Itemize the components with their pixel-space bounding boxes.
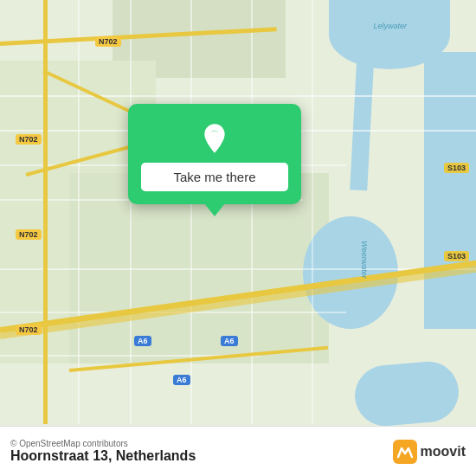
location-pin-icon — [197, 121, 232, 156]
n702-label-lower: N702 — [16, 229, 42, 240]
s103-label-top: S103 — [444, 163, 469, 173]
bottom-bar: © OpenStreetMap contributors Hoornstraat… — [0, 426, 476, 476]
a6-label-right: A6 — [173, 375, 190, 385]
moovit-text: moovit — [421, 444, 466, 460]
map-container[interactable]: Lelywater Weerwater N702 N702 N702 N702 … — [0, 0, 476, 476]
take-me-there-button[interactable]: Take me there — [141, 163, 288, 191]
street-v-5 — [312, 0, 313, 424]
address-label: Hoornstraat 13, Netherlands — [10, 448, 196, 464]
a6-label-left: A6 — [134, 336, 151, 346]
n702-label-top: N702 — [95, 36, 121, 47]
n702-label-bottom: N702 — [16, 325, 42, 335]
n702-road-vertical — [43, 0, 48, 424]
weerwater-label: Weerwater — [359, 241, 368, 278]
popup-card[interactable]: Take me there — [128, 104, 301, 204]
attribution-text: © OpenStreetMap contributors — [10, 439, 196, 448]
street-v-4 — [251, 0, 253, 424]
lelywater-label: Lelywater — [373, 22, 407, 30]
street-h-1 — [0, 95, 476, 97]
s103-label-bottom: S103 — [444, 251, 469, 261]
street-v-2 — [130, 0, 132, 424]
water-right — [424, 52, 476, 329]
n702-label-mid: N702 — [16, 134, 42, 145]
moovit-logo: moovit — [393, 440, 466, 464]
a6-label-mid: A6 — [221, 336, 238, 346]
moovit-logo-icon — [393, 440, 417, 464]
map-background: Lelywater Weerwater N702 N702 N702 N702 … — [0, 0, 476, 476]
street-v-1 — [78, 0, 80, 424]
